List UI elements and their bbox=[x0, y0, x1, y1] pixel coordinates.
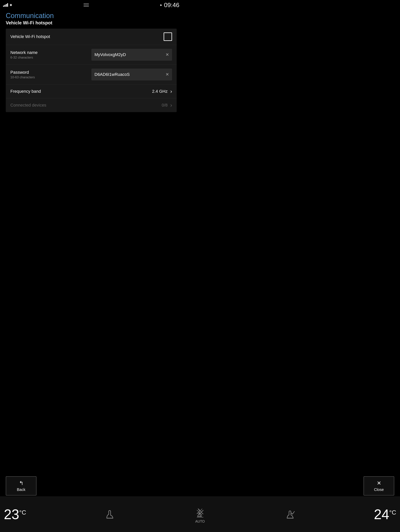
status-right: ▶ 09:46 bbox=[160, 1, 179, 9]
status-bar: ✱ ▶ 09:46 bbox=[0, 0, 182, 10]
header: Communication Vehicle Wi-Fi hotspot bbox=[0, 10, 182, 29]
connected-devices-value-group: 0/8 › bbox=[162, 102, 172, 108]
bluetooth-icon: ✱ bbox=[10, 3, 12, 7]
network-name-clear-button[interactable]: ✕ bbox=[165, 52, 169, 57]
password-clear-button[interactable]: ✕ bbox=[165, 72, 169, 77]
clock: 09:46 bbox=[164, 1, 179, 9]
network-name-label-group: Network name 6-32 characters bbox=[10, 50, 38, 59]
network-name-input-wrapper: ✕ bbox=[91, 49, 172, 61]
frequency-band-value: 2.4 GHz bbox=[152, 89, 168, 94]
status-center bbox=[83, 3, 89, 7]
password-label: Password bbox=[10, 70, 35, 75]
connected-devices-value: 0/8 bbox=[162, 103, 168, 108]
network-name-sublabel: 6-32 characters bbox=[10, 56, 38, 59]
wifi-hotspot-label: Vehicle Wi-Fi hotspot bbox=[10, 34, 50, 39]
play-icon: ▶ bbox=[160, 4, 162, 6]
signal-icon bbox=[3, 3, 8, 7]
network-name-input[interactable] bbox=[95, 52, 164, 57]
network-name-label: Network name bbox=[10, 50, 38, 55]
wifi-hotspot-row: Vehicle Wi-Fi hotspot bbox=[6, 29, 177, 45]
status-left: ✱ bbox=[3, 3, 12, 7]
password-sublabel: 10-63 characters bbox=[10, 76, 35, 79]
password-label-group: Password 10-63 characters bbox=[10, 70, 35, 79]
page-title: Vehicle Wi-Fi hotspot bbox=[6, 20, 177, 25]
network-name-row: Network name 6-32 characters ✕ bbox=[6, 45, 177, 65]
frequency-band-value-group: 2.4 GHz › bbox=[152, 89, 172, 94]
connected-devices-chevron-icon: › bbox=[170, 102, 172, 108]
breadcrumb-title: Communication bbox=[6, 12, 177, 20]
frequency-band-chevron-icon: › bbox=[170, 89, 172, 94]
wifi-hotspot-checkbox[interactable] bbox=[164, 32, 172, 41]
password-row: Password 10-63 characters ✕ bbox=[6, 65, 177, 84]
settings-panel: Vehicle Wi-Fi hotspot Network name 6-32 … bbox=[6, 29, 177, 112]
frequency-band-label: Frequency band bbox=[10, 89, 41, 94]
password-input[interactable] bbox=[95, 72, 164, 77]
connected-devices-label: Connected devices bbox=[10, 103, 46, 108]
password-input-wrapper: ✕ bbox=[91, 69, 172, 80]
frequency-band-row[interactable]: Frequency band 2.4 GHz › bbox=[6, 84, 177, 98]
connected-devices-row: Connected devices 0/8 › bbox=[6, 98, 177, 112]
menu-icon[interactable] bbox=[83, 3, 89, 7]
